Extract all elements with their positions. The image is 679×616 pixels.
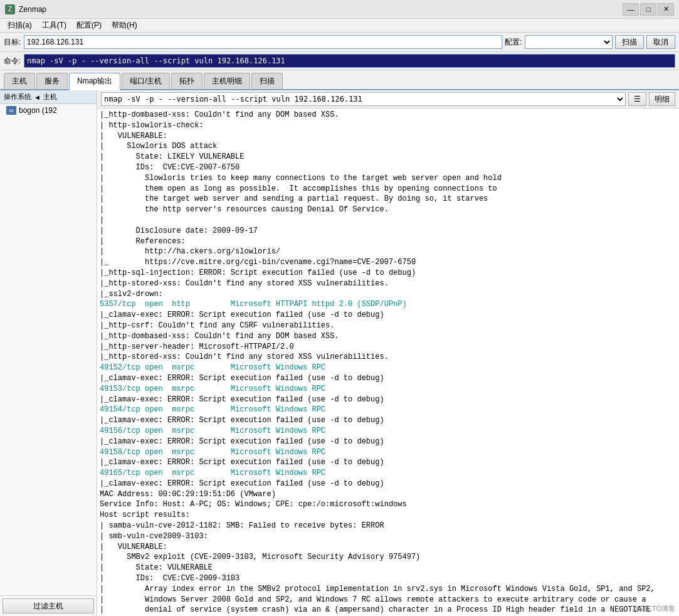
output-line: MAC Address: 00:0C:29:19:51:D6 (VMware) (100, 489, 676, 500)
output-line: | denial of service (system crash) via a… (100, 605, 676, 615)
output-line: 5357/tcp open http Microsoft HTTPAPI htt… (100, 299, 676, 310)
output-line: |_clamav-exec: ERROR: Script execution f… (100, 437, 676, 447)
output-line: |_sslv2-drown: (100, 289, 676, 300)
output-line: | Windows Server 2008 Gold and SP2, and … (100, 595, 676, 605)
menu-scan[interactable]: 扫描(a) (3, 19, 37, 32)
output-line: |_http-dombased-xss: Couldn't find any D… (100, 110, 676, 120)
options-button[interactable]: ☰ (628, 92, 646, 106)
watermark: @51CTO博客 (633, 604, 675, 613)
window-controls: — □ ✕ (623, 3, 674, 16)
menu-tools[interactable]: 工具(T) (37, 19, 71, 32)
menu-help[interactable]: 帮助(H) (107, 19, 142, 32)
cmd-input[interactable] (24, 54, 675, 68)
content-toolbar: nmap -sV -p - --version-all --script vul… (97, 90, 679, 109)
target-input[interactable] (24, 35, 502, 49)
target-label: 目标: (4, 37, 21, 48)
output-line: | State: LIKELY VULNERABLE (100, 152, 676, 162)
output-area[interactable]: |_http-dombased-xss: Couldn't find any D… (97, 109, 679, 616)
filter-hosts-button[interactable]: 过滤主机 (3, 598, 94, 613)
output-line: |_clamav-exec: ERROR: Script execution f… (100, 373, 676, 384)
output-line: |_http-stored-xss: Couldn't find any sto… (100, 279, 676, 289)
output-line: | http://ha.ckers.org/slowloris/ (100, 247, 676, 257)
output-line: |_clamav-exec: ERROR: Script execution f… (100, 479, 676, 489)
output-line: | VULNERABLE: (100, 131, 676, 142)
output-line: | IDs: CVE:CVE-2009-3103 (100, 573, 676, 584)
sidebar: 操作系统 ◄ 主机 W bogon (192 过滤主机 (0, 90, 97, 616)
output-line: | smb-vuln-cve2009-3103: (100, 531, 676, 542)
output-line: 49153/tcp open msrpc Microsoft Windows R… (100, 384, 676, 395)
output-line: |_http-csrf: Couldn't find any CSRF vuln… (100, 321, 676, 331)
tabs-bar: 主机 服务 Nmap输出 端口/主机 拓扑 主机明细 扫描 (0, 70, 679, 90)
tab-host-details[interactable]: 主机明细 (204, 73, 250, 89)
sidebar-item-host[interactable]: W bogon (192 (0, 104, 97, 117)
app-icon: Z (5, 4, 15, 14)
output-line: | samba-vuln-cve-2012-1182: SMB: Failed … (100, 521, 676, 531)
output-line: |_http-dombased-xss: Couldn't find any D… (100, 331, 676, 342)
output-line: 49152/tcp open msrpc Microsoft Windows R… (100, 363, 676, 373)
output-line: | References: (100, 236, 676, 247)
sidebar-item-label: bogon (192 (19, 106, 57, 115)
main-area: 操作系统 ◄ 主机 W bogon (192 过滤主机 nmap -sV -p … (0, 90, 679, 616)
output-line: | VULNERABLE: (100, 542, 676, 553)
cancel-button[interactable]: 取消 (646, 35, 675, 49)
detail-button[interactable]: 明细 (649, 92, 675, 106)
output-line: |_http-sql-injection: ERROR: Script exec… (100, 268, 676, 279)
output-line: | http-slowloris-check: (100, 120, 676, 131)
menu-bar: 扫描(a) 工具(T) 配置(P) 帮助(H) (0, 19, 679, 33)
minimize-button[interactable]: — (623, 3, 639, 16)
tab-nmap-output[interactable]: Nmap输出 (69, 73, 120, 90)
tab-hosts[interactable]: 主机 (4, 73, 35, 89)
title-bar: Z Zenmap — □ ✕ (0, 0, 679, 19)
output-line: |_clamav-exec: ERROR: Script execution f… (100, 310, 676, 321)
target-toolbar: 目标: 配置: 扫描 取消 (0, 33, 679, 52)
output-line: | (100, 215, 676, 226)
sidebar-header: 操作系统 ◄ 主机 (0, 90, 97, 104)
sidebar-bottom: 过滤主机 (0, 595, 97, 616)
output-line: | Array index error in the SMBv2 protoco… (100, 584, 676, 595)
output-line: | Disclosure date: 2009-09-17 (100, 226, 676, 236)
output-line: Service Info: Host: A-PC; OS: Windows; C… (100, 499, 676, 510)
output-line: | Slowloris tries to keep many connectio… (100, 173, 676, 184)
output-line: | the target web server and sending a pa… (100, 194, 676, 204)
sidebar-separator: ◄ (34, 93, 41, 101)
output-line: 49154/tcp open msrpc Microsoft Windows R… (100, 405, 676, 415)
output-line: |_http-stored-xss: Couldn't find any sto… (100, 352, 676, 363)
tab-services[interactable]: 服务 (36, 73, 68, 89)
config-select[interactable] (525, 35, 613, 49)
tab-ports-hosts[interactable]: 端口/主机 (122, 73, 170, 89)
host-icon: W (6, 106, 16, 115)
output-line: 49165/tcp open msrpc Microsoft Windows R… (100, 468, 676, 479)
output-line: |_http-server-header: Microsoft-HTTPAPI/… (100, 342, 676, 353)
output-line: 49156/tcp open msrpc Microsoft Windows R… (100, 426, 676, 437)
output-line: | Slowloris DOS attack (100, 141, 676, 152)
output-line: 49158/tcp open msrpc Microsoft Windows R… (100, 447, 676, 458)
close-button[interactable]: ✕ (658, 3, 674, 16)
content-area: nmap -sV -p - --version-all --script vul… (97, 90, 679, 616)
output-select[interactable]: nmap -sV -p - --version-all --script vul… (101, 92, 626, 106)
output-line: |_ https://cve.mitre.org/cgi-bin/cvename… (100, 257, 676, 268)
output-line: |_clamav-exec: ERROR: Script execution f… (100, 457, 676, 468)
output-line: |_clamav-exec: ERROR: Script execution f… (100, 395, 676, 405)
output-line: | SMBv2 exploit (CVE-2009-3103, Microsof… (100, 552, 676, 563)
output-line: | the http server's resources causing De… (100, 204, 676, 215)
output-line: |_clamav-exec: ERROR: Script execution f… (100, 415, 676, 426)
output-line: | State: VULNERABLE (100, 563, 676, 573)
output-line: | IDs: CVE:CVE-2007-6750 (100, 162, 676, 173)
tab-topology[interactable]: 拓扑 (171, 73, 203, 89)
tab-scan[interactable]: 扫描 (251, 73, 283, 89)
maximize-button[interactable]: □ (640, 3, 656, 16)
menu-config[interactable]: 配置(P) (71, 19, 107, 32)
output-line: Host script results: (100, 510, 676, 521)
sidebar-os-label: 操作系统 (4, 92, 31, 102)
cmd-bar: 命令: (0, 52, 679, 70)
config-label: 配置: (505, 37, 522, 48)
app-title: Zenmap (19, 5, 623, 14)
cmd-label: 命令: (4, 56, 21, 66)
scan-button[interactable]: 扫描 (615, 35, 644, 49)
output-line: | them open as long as possible. It acco… (100, 184, 676, 194)
sidebar-host-label: 主机 (43, 92, 57, 102)
